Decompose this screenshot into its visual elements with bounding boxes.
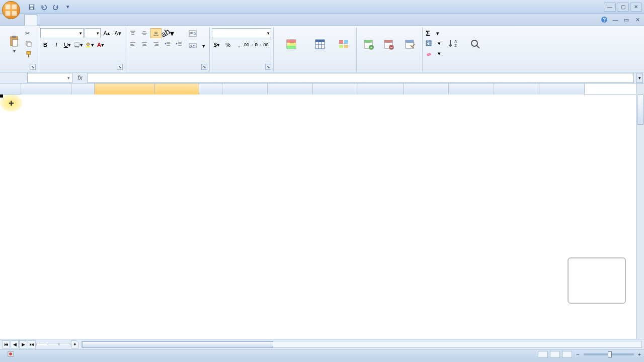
new-sheet-button[interactable]: ✦ (71, 340, 79, 348)
decrease-indent-button[interactable] (162, 39, 173, 49)
zoom-in-button[interactable]: + (638, 351, 641, 357)
save-button[interactable] (26, 3, 37, 12)
normal-view-button[interactable] (538, 351, 548, 358)
orientation-button[interactable]: ab▾ (162, 28, 173, 38)
macro-record-icon[interactable] (7, 350, 14, 358)
prev-sheet-button[interactable]: ◀ (11, 340, 19, 348)
restore-window-button[interactable]: ▭ (622, 15, 631, 24)
sheet-tab-3[interactable] (59, 343, 70, 345)
vertical-scrollbar[interactable] (636, 83, 644, 339)
formula-bar[interactable] (88, 73, 634, 83)
col-header-F[interactable] (222, 83, 268, 95)
col-header-G[interactable] (268, 83, 313, 95)
paste-button[interactable]: ▾ (4, 28, 24, 61)
conditional-formatting-button[interactable] (276, 28, 307, 61)
undo-button[interactable] (38, 3, 49, 12)
qat-customize-button[interactable]: ▾ (62, 3, 73, 12)
col-header-E[interactable] (199, 83, 222, 95)
select-all-corner[interactable] (0, 83, 21, 95)
font-name-combo[interactable]: ▾ (40, 28, 84, 38)
col-header-M[interactable] (539, 83, 585, 95)
minimize-ribbon-button[interactable]: — (611, 15, 620, 24)
col-header-A[interactable] (21, 83, 71, 95)
close-button[interactable]: ✕ (630, 3, 642, 12)
horizontal-scrollbar[interactable] (82, 341, 642, 348)
delete-cells-button[interactable]: − (379, 28, 398, 61)
number-format-combo[interactable]: ▾ (212, 28, 271, 38)
grow-font-button[interactable]: A▴ (102, 28, 112, 38)
copy-button[interactable] (25, 39, 36, 49)
insert-cells-button[interactable]: + (359, 28, 378, 61)
clear-button[interactable]: ▾ (425, 48, 442, 58)
help-button[interactable]: ? (600, 15, 609, 24)
shrink-font-button[interactable]: A▾ (113, 28, 123, 38)
redo-button[interactable] (50, 3, 61, 12)
tab-view[interactable] (98, 14, 110, 26)
fx-button[interactable]: fx (75, 73, 85, 82)
worksheet-grid[interactable] (0, 83, 644, 339)
bold-button[interactable]: B (40, 40, 50, 50)
underline-button[interactable]: U▾ (62, 40, 72, 50)
align-middle-button[interactable] (139, 28, 150, 38)
name-box[interactable]: ▾ (27, 73, 72, 83)
number-launcher[interactable]: ⬊ (265, 64, 271, 70)
expand-formula-bar-button[interactable]: ▾ (636, 73, 643, 83)
font-launcher[interactable]: ⬊ (117, 64, 123, 70)
cell-styles-button[interactable] (333, 28, 354, 61)
next-sheet-button[interactable]: ▶ (19, 340, 27, 348)
col-header-L[interactable] (494, 83, 539, 95)
tab-home[interactable] (24, 14, 37, 26)
format-as-table-button[interactable] (308, 28, 332, 61)
sort-filter-button[interactable]: AZ (443, 28, 464, 61)
col-header-K[interactable] (449, 83, 494, 95)
cut-button[interactable]: ✂ (25, 28, 36, 38)
hscroll-thumb[interactable] (82, 341, 273, 347)
wrap-text-button[interactable]: ab (187, 28, 207, 39)
minimize-button[interactable]: — (604, 3, 616, 12)
align-center-button[interactable] (139, 39, 150, 49)
close-workbook-button[interactable]: ✕ (633, 15, 642, 24)
tab-insert[interactable] (37, 14, 49, 26)
tab-review[interactable] (86, 14, 98, 26)
last-sheet-button[interactable]: ⏭ (28, 340, 36, 348)
font-size-combo[interactable]: ▾ (85, 28, 101, 38)
col-header-D[interactable] (155, 83, 199, 95)
first-sheet-button[interactable]: ⏮ (2, 340, 10, 348)
find-select-button[interactable] (465, 28, 486, 61)
alignment-launcher[interactable]: ⬊ (201, 64, 207, 70)
vscroll-thumb[interactable] (637, 95, 644, 125)
align-right-button[interactable] (150, 39, 162, 49)
format-cells-button[interactable] (399, 28, 420, 61)
maximize-button[interactable]: ▢ (617, 3, 629, 12)
merge-center-button[interactable]: ▾ (187, 40, 207, 51)
format-painter-button[interactable] (25, 49, 36, 59)
col-header-C[interactable] (95, 83, 155, 95)
tab-page-layout[interactable] (49, 14, 61, 26)
zoom-slider[interactable] (584, 353, 634, 355)
currency-button[interactable]: $▾ (212, 40, 222, 50)
clipboard-launcher[interactable]: ⬊ (30, 64, 36, 70)
font-color-button[interactable]: A▾ (96, 40, 106, 50)
increase-indent-button[interactable] (174, 39, 185, 49)
tab-data[interactable] (73, 14, 86, 26)
percent-button[interactable]: % (223, 40, 233, 50)
office-button[interactable] (2, 1, 20, 19)
fill-handle[interactable] (0, 95, 3, 98)
align-top-button[interactable] (127, 28, 138, 38)
tab-formulas[interactable] (61, 14, 73, 26)
col-header-I[interactable] (358, 83, 404, 95)
col-header-B[interactable] (71, 83, 95, 95)
decrease-decimal-button[interactable]: .0→.00 (256, 40, 266, 50)
sheet-tab-1[interactable] (36, 343, 47, 345)
zoom-out-button[interactable]: − (576, 351, 579, 357)
autosum-button[interactable]: Σ ▾ (425, 28, 442, 38)
italic-button[interactable]: I (51, 40, 61, 50)
col-header-H[interactable] (313, 83, 358, 95)
fill-color-button[interactable]: ▾ (85, 40, 95, 50)
sheet-tab-2[interactable] (48, 343, 59, 345)
col-header-J[interactable] (404, 83, 449, 95)
page-break-view-button[interactable] (562, 351, 572, 358)
borders-button[interactable]: ▾ (73, 40, 84, 50)
fill-button[interactable]: ▾ (425, 38, 442, 48)
page-layout-view-button[interactable] (550, 351, 560, 358)
